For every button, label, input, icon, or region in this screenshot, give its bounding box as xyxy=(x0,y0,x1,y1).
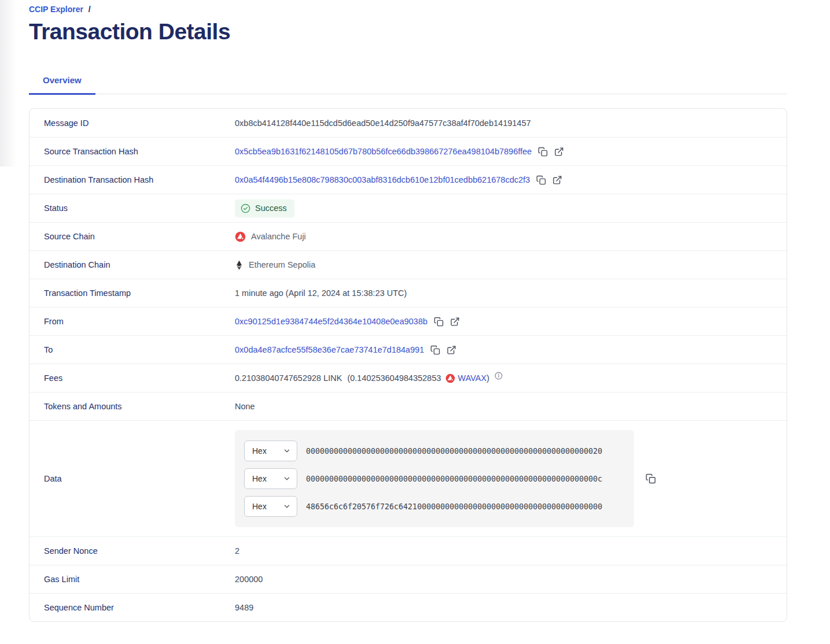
row-label: Source Chain xyxy=(29,232,235,241)
table-row-dest-chain: Destination Chain Ethereum Sepolia xyxy=(29,250,787,279)
check-circle-icon xyxy=(241,203,250,213)
table-row-sender-nonce: Sender Nonce 2 xyxy=(29,536,787,565)
row-label: Message ID xyxy=(29,119,235,128)
table-row-fees: Fees 0.21038040747652928 LINK (0.1402536… xyxy=(29,364,787,392)
copy-icon[interactable] xyxy=(645,473,656,484)
hex-format-label: Hex xyxy=(252,502,267,511)
data-hex-line: Hex 000000000000000000000000000000000000… xyxy=(244,468,625,489)
row-label: Gas Limit xyxy=(29,575,235,584)
table-row-timestamp: Transaction Timestamp 1 minute ago (Apri… xyxy=(29,279,787,307)
table-row-data: Data Hex 0000000000000000000000000000000… xyxy=(29,420,787,536)
row-label: Sender Nonce xyxy=(29,546,235,556)
external-link-icon[interactable] xyxy=(447,345,456,355)
table-row-to: To 0x0da4e87acfce55f58e36e7cae73741e7d18… xyxy=(29,335,787,364)
table-row-source-tx-hash: Source Transaction Hash 0x5cb5ea9b1631f6… xyxy=(29,137,787,165)
row-label: To xyxy=(29,345,235,354)
avalanche-icon xyxy=(445,373,455,383)
row-label: Status xyxy=(29,203,235,213)
avalanche-icon xyxy=(235,231,246,242)
table-row-gas-limit: Gas Limit 200000 xyxy=(29,565,787,593)
transaction-details-table: Message ID 0xb8cb414128f440e115dcd5d6ead… xyxy=(29,108,787,622)
hex-format-select[interactable]: Hex xyxy=(244,496,297,517)
hex-format-label: Hex xyxy=(252,446,267,456)
row-label: Destination Transaction Hash xyxy=(29,175,235,184)
breadcrumb: CCIP Explorer / xyxy=(29,0,787,14)
status-badge-label: Success xyxy=(255,203,287,213)
row-label: Sequence Number xyxy=(29,603,235,612)
from-address-link[interactable]: 0xc90125d1e9384744e5f2d4364e10408e0ea903… xyxy=(235,317,427,326)
dest-chain-value: Ethereum Sepolia xyxy=(235,260,315,271)
table-row-from: From 0xc90125d1e9384744e5f2d4364e10408e0… xyxy=(29,307,787,335)
fees-link-amount: 0.21038040747652928 LINK xyxy=(235,373,342,383)
data-hex-line: Hex 000000000000000000000000000000000000… xyxy=(244,441,625,461)
dest-chain-name: Ethereum Sepolia xyxy=(249,260,315,269)
copy-icon[interactable] xyxy=(434,317,444,327)
table-row-message-id: Message ID 0xb8cb414128f440e115dcd5d6ead… xyxy=(29,109,787,137)
message-id-value: 0xb8cb414128f440e115dcd5d6ead50e14d250f9… xyxy=(235,119,531,128)
table-row-sequence-number: Sequence Number 9489 xyxy=(29,593,787,621)
ethereum-icon xyxy=(235,260,244,271)
copy-icon[interactable] xyxy=(430,345,440,355)
table-row-tokens-amounts: Tokens and Amounts None xyxy=(29,392,787,420)
data-hex-line: Hex 48656c6c6f20576f726c6421000000000000… xyxy=(244,496,625,517)
main-content: CCIP Explorer / Transaction Details Over… xyxy=(29,0,787,622)
left-edge-shadow xyxy=(0,0,24,166)
table-row-source-chain: Source Chain Avalanche Fuji xyxy=(29,222,787,250)
data-hex-value: 48656c6c6f20576f726c64210000000000000000… xyxy=(306,502,602,511)
source-tx-hash-link[interactable]: 0x5cb5ea9b1631f62148105d67b780b56fce66db… xyxy=(235,147,532,156)
external-link-icon[interactable] xyxy=(552,175,562,185)
row-label: Fees xyxy=(29,373,235,383)
chevron-down-icon xyxy=(283,502,291,510)
tokens-amounts-value: None xyxy=(235,402,255,411)
source-chain-value: Avalanche Fuji xyxy=(235,231,306,242)
breadcrumb-separator: / xyxy=(88,5,91,14)
row-label: Destination Chain xyxy=(29,260,235,269)
fees-close-paren: ) xyxy=(486,373,489,383)
data-hex-value: 0000000000000000000000000000000000000000… xyxy=(306,475,602,483)
copy-icon[interactable] xyxy=(536,175,546,185)
table-row-status: Status Success xyxy=(29,194,787,222)
data-hex-container: Hex 000000000000000000000000000000000000… xyxy=(235,430,634,527)
source-chain-name: Avalanche Fuji xyxy=(251,232,306,241)
row-label: Data xyxy=(29,474,235,483)
page-title: Transaction Details xyxy=(29,19,787,45)
hex-format-select[interactable]: Hex xyxy=(244,441,297,461)
external-link-icon[interactable] xyxy=(450,317,460,327)
sequence-number-value: 9489 xyxy=(235,603,253,612)
timestamp-value: 1 minute ago (April 12, 2024 at 15:38:23… xyxy=(235,288,407,298)
fees-converted-amount: (0.140253604984352853 xyxy=(347,373,441,383)
data-hex-value: 0000000000000000000000000000000000000000… xyxy=(306,447,602,456)
breadcrumb-ccip-explorer-link[interactable]: CCIP Explorer xyxy=(29,5,83,14)
gas-limit-value: 200000 xyxy=(235,575,263,584)
info-icon[interactable] xyxy=(495,372,503,380)
row-label: Transaction Timestamp xyxy=(29,288,235,298)
table-row-dest-tx-hash: Destination Transaction Hash 0x0a54f4496… xyxy=(29,165,787,194)
tab-overview[interactable]: Overview xyxy=(29,68,95,95)
tab-bar: Overview xyxy=(29,68,787,94)
hex-format-label: Hex xyxy=(252,474,267,483)
row-label: Source Transaction Hash xyxy=(29,147,235,156)
sender-nonce-value: 2 xyxy=(235,546,239,556)
dest-tx-hash-link[interactable]: 0x0a54f4496b15e808c798830c003abf8316dcb6… xyxy=(235,175,530,184)
row-label: Tokens and Amounts xyxy=(29,402,235,411)
chevron-down-icon xyxy=(283,447,291,455)
to-address-link[interactable]: 0x0da4e87acfce55f58e36e7cae73741e7d184a9… xyxy=(235,345,424,354)
external-link-icon[interactable] xyxy=(554,147,564,157)
wavax-token-link[interactable]: WAVAX xyxy=(458,373,487,383)
row-label: From xyxy=(29,317,235,326)
copy-icon[interactable] xyxy=(538,147,548,157)
hex-format-select[interactable]: Hex xyxy=(244,468,297,489)
status-badge: Success xyxy=(235,199,294,217)
chevron-down-icon xyxy=(283,475,291,483)
